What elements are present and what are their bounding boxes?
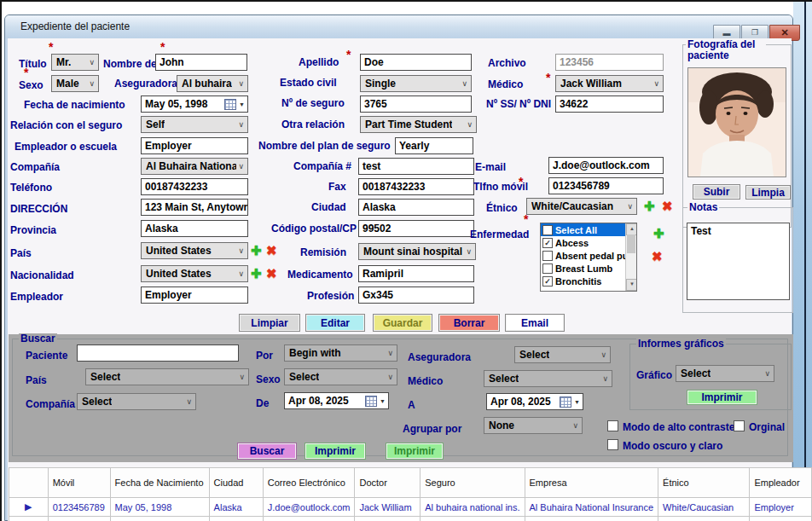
nombre-input[interactable]: John <box>155 54 247 71</box>
otra-relacion-select[interactable]: Part Time Student∨ <box>360 116 477 133</box>
checkbox-icon[interactable] <box>542 251 553 261</box>
checkbox-icon[interactable] <box>542 263 553 274</box>
buscar-aseguradora-select[interactable]: Select∨ <box>514 346 611 363</box>
ss-dni-input[interactable]: 34622 <box>555 96 664 113</box>
empleador-input[interactable]: Employer <box>141 287 248 304</box>
cell-doctor[interactable]: Jack William <box>355 498 420 517</box>
cell-etnico[interactable]: White/Caucasian <box>658 498 750 517</box>
modo-oscuro-checkbox[interactable] <box>607 439 618 450</box>
enfermedad-item-3[interactable]: Breast Lumb <box>541 262 626 275</box>
buscar-a-datepicker[interactable]: Apr 08, 2025▼ <box>486 393 583 410</box>
nacionalidad-delete-icon[interactable]: ✖ <box>266 267 277 280</box>
buscar-compania-select[interactable]: Select∨ <box>77 393 196 410</box>
pais-add-icon[interactable]: ✚ <box>251 244 262 257</box>
nacionalidad-select[interactable]: United States∨ <box>141 265 248 282</box>
cell-empleador-selected[interactable]: Employer <box>750 498 812 517</box>
cell-ciudad[interactable]: Alaska <box>209 498 263 517</box>
enfermedad-add-icon[interactable]: ✚ <box>653 227 664 240</box>
alto-contraste-checkbox[interactable] <box>607 420 618 431</box>
buscar-button[interactable]: Buscar <box>237 443 297 460</box>
row-selector-cell[interactable]: ▶ <box>9 498 49 517</box>
scroll-up-icon[interactable]: ▲ <box>626 223 637 235</box>
fax-input[interactable]: 00187432233 <box>358 178 474 195</box>
pais-delete-icon[interactable]: ✖ <box>266 244 277 257</box>
compania-num-input[interactable]: test <box>358 158 474 175</box>
grid-data-row[interactable]: ▶ 0123456789 May 05, 1998 Alaska J.doe@o… <box>9 498 812 517</box>
cell-empresa[interactable]: Al Buhaira National Insurance <box>525 498 658 517</box>
nacionalidad-add-icon[interactable]: ✚ <box>251 267 262 280</box>
guardar-button[interactable]: Guardar <box>373 314 432 332</box>
email-button[interactable]: Email <box>505 314 565 332</box>
pais-select[interactable]: United States∨ <box>141 242 248 259</box>
scroll-down-icon[interactable]: ▼ <box>626 279 637 291</box>
buscar-sexo-select[interactable]: Select∨ <box>284 368 397 385</box>
agrupar-por-select[interactable]: None∨ <box>484 417 583 434</box>
etnico-delete-icon[interactable]: ✖ <box>662 200 673 212</box>
medicamento-input[interactable]: Ramipril <box>358 265 474 282</box>
enfermedad-delete-icon[interactable]: ✖ <box>652 250 663 263</box>
direccion-input[interactable]: 123 Main St, Anytown, <box>141 199 248 216</box>
profesion-input[interactable]: Gx345 <box>358 287 474 304</box>
cell-movil[interactable]: 0123456789 <box>48 498 110 517</box>
checkbox-icon[interactable]: ✓ <box>542 238 553 248</box>
cell-correo[interactable]: J.doe@outlock.com <box>263 498 355 517</box>
sexo-select[interactable]: Male∨ <box>51 75 99 92</box>
imprimir-button[interactable]: Imprimir <box>304 443 366 460</box>
empleador-escuela-input[interactable]: Employer <box>141 137 248 154</box>
estado-civil-select[interactable]: Single∨ <box>360 75 472 92</box>
buscar-por-select[interactable]: Begin with∨ <box>284 344 397 362</box>
buscar-de-datepicker[interactable]: Apr 08, 2025▼ <box>284 392 389 409</box>
col-ciudad[interactable]: Ciudad <box>209 468 263 498</box>
col-seguro[interactable]: Seguro <box>420 468 525 498</box>
tlfno-movil-input[interactable]: 0123456789 <box>548 177 664 194</box>
buscar-pais-select[interactable]: Select∨ <box>85 368 249 385</box>
results-grid[interactable]: Móvil Fecha de Nacimiento Ciudad Correo … <box>9 467 812 521</box>
checkbox-icon[interactable] <box>542 225 553 235</box>
enfermedad-checklist[interactable]: Select All ✓Abcess Absent pedal pu Breas… <box>540 223 637 292</box>
cell-fecha[interactable]: May 05, 1998 <box>110 498 209 517</box>
telefono-input[interactable]: 00187432233 <box>141 178 248 195</box>
codigo-postal-input[interactable]: 99502 <box>358 220 474 237</box>
col-movil[interactable]: Móvil <box>48 468 110 498</box>
ciudad-input[interactable]: Alaska <box>358 199 474 216</box>
limpiar-button[interactable]: Limpiar <box>239 314 300 332</box>
checkbox-icon[interactable]: ✓ <box>542 276 553 287</box>
col-etnico[interactable]: Étnico <box>658 468 750 498</box>
remision-select[interactable]: Mount sinai hospital∨ <box>358 243 476 260</box>
plan-seguro-input[interactable]: Yearly <box>395 137 473 154</box>
enfermedad-item-1[interactable]: ✓Abcess <box>541 236 626 249</box>
col-empresa[interactable]: Empresa <box>525 468 658 498</box>
editar-button[interactable]: Editar <box>305 314 365 332</box>
borrar-button[interactable]: Borrar <box>438 314 500 332</box>
col-empleador[interactable]: Empleador <box>750 468 812 498</box>
informes-imprimir-button[interactable]: Imprimir <box>687 390 757 405</box>
relacion-seguro-select[interactable]: Self∨ <box>141 116 248 133</box>
subir-button[interactable]: Subir <box>693 184 740 200</box>
buscar-medico-select[interactable]: Select∨ <box>484 370 612 387</box>
cell-seguro[interactable]: Al buhaira national ins. <box>420 498 525 517</box>
orginal-checkbox[interactable] <box>734 420 745 431</box>
enfermedad-item-2[interactable]: Absent pedal pu <box>541 249 626 262</box>
email-input[interactable]: J.doe@outlock.com <box>548 157 664 174</box>
apellido-input[interactable]: Doe <box>360 54 472 71</box>
notas-textarea[interactable]: Test <box>687 223 790 300</box>
col-fecha-nacimiento[interactable]: Fecha de Nacimiento <box>110 468 209 498</box>
medico-select[interactable]: Jack William∨ <box>555 75 664 92</box>
etnico-select[interactable]: White/Caucasian∨ <box>526 198 637 215</box>
col-doctor[interactable]: Doctor <box>355 468 420 498</box>
grafico-select[interactable]: Select∨ <box>676 365 774 382</box>
compania-select[interactable]: Al Buhaira National∨ <box>141 158 248 175</box>
buscar-paciente-input[interactable] <box>77 344 239 362</box>
imprimir-secondary-button[interactable]: Imprimir <box>386 443 444 460</box>
limpia-button[interactable]: Limpia <box>745 185 791 200</box>
enfermedad-item-4[interactable]: ✓Bronchitis <box>541 275 626 287</box>
aseguradora-select[interactable]: Al buhaira∨ <box>177 75 248 92</box>
archivo-input[interactable]: 123456 <box>555 54 664 71</box>
enfermedad-item-0[interactable]: Select All <box>541 223 626 236</box>
col-correo[interactable]: Correo Electrónico <box>263 468 355 498</box>
scrollbar-thumb[interactable] <box>627 234 635 253</box>
enfermedad-scrollbar[interactable]: ▲ ▼ <box>625 223 636 291</box>
etnico-add-icon[interactable]: ✚ <box>644 200 655 212</box>
provincia-input[interactable]: Alaska <box>141 220 248 237</box>
num-seguro-input[interactable]: 3765 <box>360 96 472 113</box>
